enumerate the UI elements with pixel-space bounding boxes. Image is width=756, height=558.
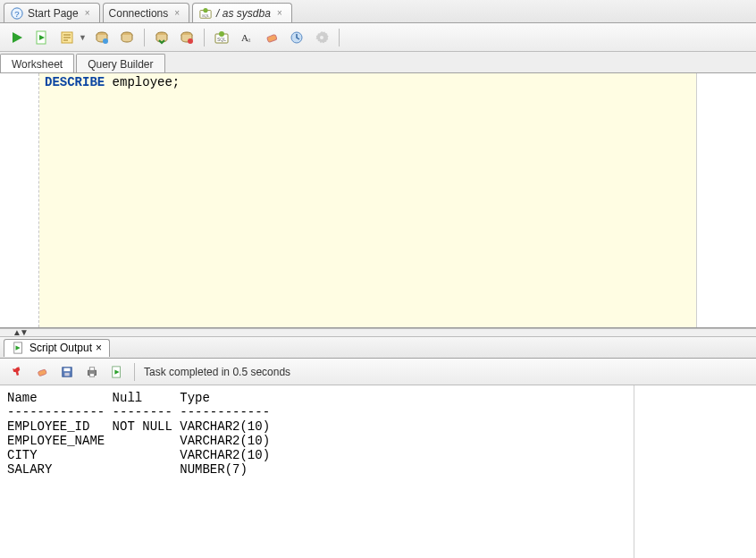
close-icon[interactable]: ×	[96, 342, 102, 354]
sql-keyword: DESCRIBE	[45, 75, 105, 89]
output-toolbar: Task completed in 0.5 seconds	[0, 359, 756, 385]
close-icon[interactable]: ×	[85, 8, 90, 18]
svg-rect-27	[64, 368, 71, 371]
worksheet-tabs: Worksheet Query Builder	[0, 52, 756, 73]
sql-text: employee;	[105, 75, 180, 89]
svg-rect-25	[38, 368, 46, 376]
svg-point-22	[320, 36, 323, 39]
output-area: Name Null Type ------------- -------- --…	[0, 385, 756, 558]
svg-point-10	[103, 38, 108, 44]
line-gutter	[0, 73, 39, 327]
tab-label: Start Page	[28, 7, 79, 20]
run-button[interactable]	[7, 28, 27, 47]
clear-button[interactable]	[32, 362, 52, 382]
svg-point-14	[188, 38, 193, 44]
editor-right-margin	[697, 73, 756, 327]
fetch-button[interactable]	[107, 362, 127, 382]
separator	[204, 29, 205, 46]
close-icon[interactable]: ×	[174, 8, 180, 18]
rollback-button[interactable]	[152, 28, 172, 47]
settings-button[interactable]	[312, 28, 332, 47]
svg-text:a: a	[248, 36, 251, 44]
tab-script-output[interactable]: Script Output ×	[4, 339, 110, 357]
script-output-icon	[12, 341, 26, 355]
splitter-arrows-icon: ▲▼	[13, 327, 27, 337]
sql-worksheet-icon: SQL	[198, 6, 213, 21]
history-button[interactable]	[287, 28, 307, 47]
pin-button[interactable]	[7, 362, 27, 382]
save-button[interactable]	[57, 362, 77, 382]
sql-icon-button[interactable]: SQL	[212, 28, 231, 47]
sql-editor[interactable]: DESCRIBE employee;	[39, 73, 697, 327]
autotrace-button[interactable]	[92, 28, 112, 47]
svg-text:SQL: SQL	[202, 13, 210, 17]
dropdown-arrow-icon[interactable]: ▼	[79, 33, 87, 42]
erase-button[interactable]	[262, 28, 281, 47]
file-tabs: ? Start Page × Connections × SQL / as sy…	[0, 0, 756, 23]
tab-query-builder[interactable]: Query Builder	[76, 54, 164, 72]
svg-text:?: ?	[14, 8, 19, 18]
tab-label: / as sysdba	[216, 7, 271, 20]
svg-point-3	[203, 7, 207, 12]
svg-rect-31	[89, 373, 94, 376]
tab-start-page[interactable]: ? Start Page ×	[4, 3, 100, 22]
close-icon[interactable]: ×	[277, 8, 282, 18]
commit-button[interactable]	[117, 28, 137, 47]
svg-text:SQL: SQL	[217, 37, 226, 42]
output-right-margin	[634, 385, 756, 558]
splitter-handle[interactable]: ▲▼	[0, 328, 756, 337]
output-tab-label: Script Output	[29, 342, 92, 354]
separator	[339, 29, 340, 46]
main-toolbar: ▼ SQL Aa	[0, 23, 756, 52]
status-text: Task completed in 0.5 seconds	[144, 366, 290, 378]
output-text[interactable]: Name Null Type ------------- -------- --…	[0, 385, 634, 558]
explain-plan-button[interactable]	[57, 28, 77, 47]
print-button[interactable]	[82, 362, 102, 382]
separator	[134, 363, 135, 381]
svg-marker-5	[13, 32, 22, 43]
separator	[144, 29, 145, 46]
run-script-button[interactable]	[32, 28, 52, 47]
tab-connections[interactable]: Connections ×	[103, 3, 190, 22]
svg-rect-20	[267, 34, 277, 42]
editor-area: DESCRIBE employee;	[0, 73, 756, 328]
output-tabs: Script Output ×	[0, 337, 756, 359]
svg-rect-28	[64, 372, 69, 376]
help-icon: ?	[10, 6, 24, 21]
tab-worksheet[interactable]: Worksheet	[0, 54, 74, 72]
case-button[interactable]: Aa	[237, 28, 256, 47]
unshared-button[interactable]	[177, 28, 197, 47]
tab-label: Connections	[109, 7, 169, 20]
svg-rect-30	[89, 367, 94, 370]
tab-as-sysdba[interactable]: SQL / as sysdba ×	[192, 3, 292, 22]
